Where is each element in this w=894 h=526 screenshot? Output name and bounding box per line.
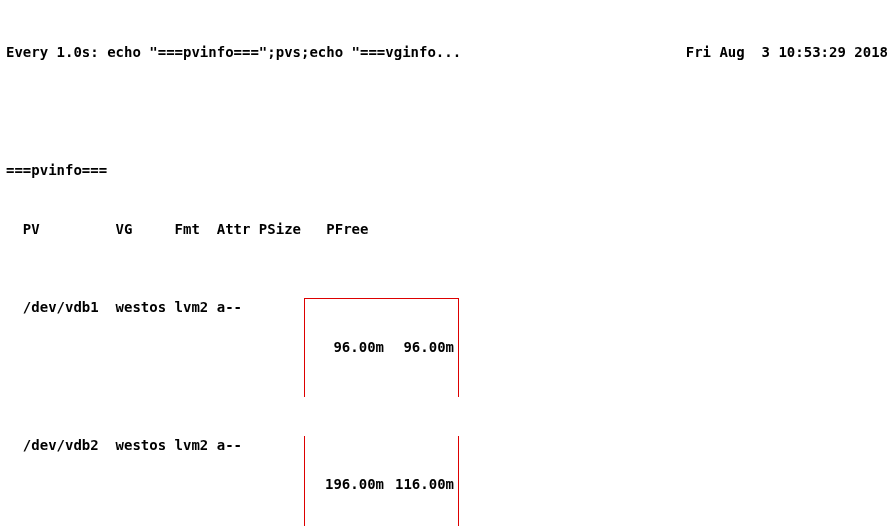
pv-row-2-pfree: 116.00m xyxy=(384,475,454,495)
pv-row-2: /dev/vdb2 westos lvm2 a-- 196.00m 116.00… xyxy=(6,436,888,526)
pv-columns: PV VG Fmt Attr PSize PFree xyxy=(6,220,888,240)
watch-command-text: Every 1.0s: echo "===pvinfo===";pvs;echo… xyxy=(6,43,461,63)
pv-row-2-left: /dev/vdb2 westos lvm2 a-- xyxy=(6,436,304,526)
pv-row-1-psize: 96.00m xyxy=(309,338,384,358)
pv-row-1-pfree: 96.00m xyxy=(384,338,454,358)
pv-row-1: /dev/vdb1 westos lvm2 a-- 96.00m 96.00m xyxy=(6,298,888,397)
pv-row-1-left: /dev/vdb1 westos lvm2 a-- xyxy=(6,298,304,397)
watch-output-pane: Every 1.0s: echo "===pvinfo===";pvs;echo… xyxy=(0,0,894,526)
red-highlight-box: 96.00m 96.00m xyxy=(304,298,459,397)
blank-line xyxy=(6,102,888,122)
red-highlight-box: 196.00m 116.00m xyxy=(304,436,459,526)
pv-row-2-psize: 196.00m xyxy=(309,475,384,495)
pvinfo-header: ===pvinfo=== xyxy=(6,161,888,181)
watch-timestamp: Fri Aug 3 10:53:29 2018 xyxy=(686,43,888,63)
watch-header-line: Every 1.0s: echo "===pvinfo===";pvs;echo… xyxy=(6,43,888,63)
